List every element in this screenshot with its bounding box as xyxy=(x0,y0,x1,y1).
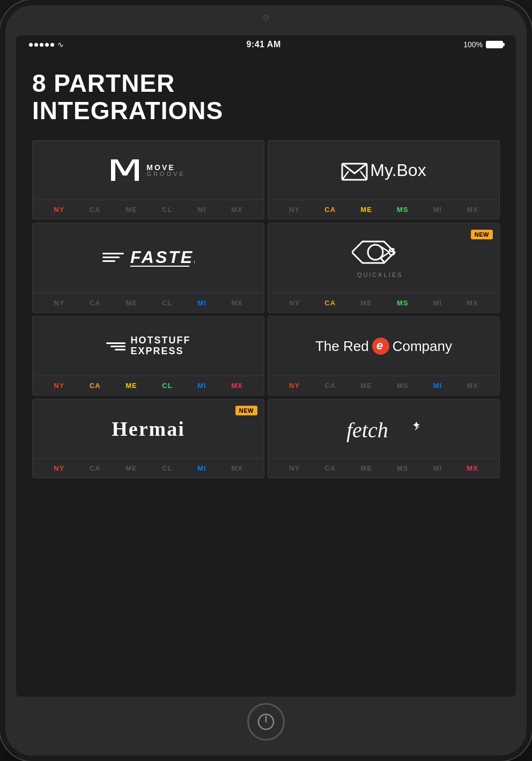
page-title: 8 PARTNER INTEGRATIONS xyxy=(32,70,500,124)
partner-card-fetch[interactable]: fetch ✦ NY CA ME MS MI MX xyxy=(268,399,500,478)
svg-line-5 xyxy=(360,171,367,180)
region-mi: MI xyxy=(197,464,206,472)
battery-bar xyxy=(486,41,503,48)
partner-logo-faster: FASTER xyxy=(33,223,264,293)
partner-logo-quicklies: NEW S xyxy=(268,223,499,293)
region-ny: NY xyxy=(289,464,300,472)
region-me: ME xyxy=(125,382,137,390)
region-mx: MX xyxy=(467,299,478,307)
region-ca: CA xyxy=(324,206,336,214)
region-ca: CA xyxy=(324,299,336,307)
hermai-text: Hermai xyxy=(112,417,185,441)
region-mi: MI xyxy=(197,382,206,390)
region-ca: CA xyxy=(90,299,101,307)
region-ca: CA xyxy=(90,464,101,472)
signal-dot-5 xyxy=(50,43,54,47)
hotstuff-logo-wrap: HOTSTUFF EXPRESS xyxy=(106,335,191,357)
home-button[interactable] xyxy=(247,703,285,741)
content-area: 8 PARTNER INTEGRATIONS xyxy=(16,54,516,697)
region-ca: CA xyxy=(90,382,101,390)
region-me: ME xyxy=(360,206,372,214)
region-mx: MX xyxy=(231,464,243,472)
red-company-the: The Red xyxy=(315,338,369,355)
partner-card-hermai[interactable]: NEW Hermai NY CA ME CL MI MX xyxy=(32,399,264,478)
hotstuff-line-2 xyxy=(110,346,125,347)
region-cl: CL xyxy=(162,464,172,472)
hotstuff-text-block: HOTSTUFF EXPRESS xyxy=(131,335,191,357)
red-company-e-icon: e xyxy=(371,336,390,356)
quicklies-label-svg: QUICKLIES xyxy=(357,269,411,280)
partner-card-faster[interactable]: FASTER NY CA ME CL MI MX xyxy=(32,223,264,313)
faster-logo-wrap: FASTER xyxy=(102,247,195,269)
region-mi: MI xyxy=(197,206,206,214)
region-ny: NY xyxy=(289,206,300,214)
region-ms: MS xyxy=(397,206,409,214)
quicklies-regions: NY CA ME MS MI MX xyxy=(268,293,499,312)
partner-card-hotstuff[interactable]: HOTSTUFF EXPRESS NY CA ME CL MI MX xyxy=(32,316,264,396)
mybox-regions: NY CA ME MS MI MX xyxy=(268,200,499,219)
red-company-company: Company xyxy=(393,338,452,355)
faster-speed-lines xyxy=(102,253,124,262)
partner-logo-hotstuff: HOTSTUFF EXPRESS xyxy=(33,317,264,376)
faster-text-block: FASTER xyxy=(130,247,195,269)
faster-line-3 xyxy=(102,260,115,262)
partner-card-red-company[interactable]: The Red e Company NY CA ME MS xyxy=(268,316,500,396)
move-groove-logo: MOVE GROOVE xyxy=(111,157,185,184)
region-ca: CA xyxy=(324,382,336,390)
signal-dots xyxy=(29,43,54,47)
region-cl: CL xyxy=(162,299,172,307)
signal-dot-1 xyxy=(29,43,33,47)
partner-card-move-groove[interactable]: MOVE GROOVE NY CA ME CL MI MX xyxy=(32,140,264,219)
quicklies-logo-svg: S xyxy=(352,236,416,268)
status-right: 100% xyxy=(463,40,503,49)
region-ny: NY xyxy=(54,464,64,472)
region-me: ME xyxy=(360,464,372,472)
region-ny: NY xyxy=(54,382,64,390)
quicklies-logo-wrap: S QUICKLIES xyxy=(352,236,416,280)
hotstuff-line-3 xyxy=(115,349,125,350)
mybox-logo: My.Box xyxy=(341,159,426,181)
move-groove-regions: NY CA ME CL MI MX xyxy=(33,200,264,219)
signal-dot-2 xyxy=(34,43,38,47)
region-me: ME xyxy=(125,464,137,472)
region-me: ME xyxy=(125,206,137,214)
partner-logo-fetch: fetch ✦ xyxy=(268,399,499,458)
region-ny: NY xyxy=(289,299,300,307)
region-ny: NY xyxy=(289,382,300,390)
partner-grid: MOVE GROOVE NY CA ME CL MI MX xyxy=(32,140,500,478)
hotstuff-line-1 xyxy=(106,342,125,344)
region-mx: MX xyxy=(231,299,243,307)
region-mx: MX xyxy=(231,382,243,390)
region-me: ME xyxy=(360,382,372,390)
region-ms: MS xyxy=(397,464,409,472)
partner-logo-mybox: My.Box xyxy=(268,141,499,200)
power-icon xyxy=(256,712,276,731)
region-mx: MX xyxy=(467,464,478,472)
svg-line-9 xyxy=(380,258,384,262)
faster-text-svg: FASTER xyxy=(130,247,195,269)
move-groove-text: MOVE GROOVE xyxy=(146,164,185,177)
new-badge-quicklies: NEW xyxy=(471,230,493,239)
svg-text:fetch: fetch xyxy=(346,418,388,442)
hotstuff-regions: NY CA ME CL MI MX xyxy=(33,376,264,395)
region-cl: CL xyxy=(162,206,172,214)
region-mx: MX xyxy=(467,382,478,390)
region-mi: MI xyxy=(197,299,206,307)
svg-line-4 xyxy=(342,171,349,180)
tablet-frame: ∿ 9:41 AM 100% 8 PARTNER INTEGRATIONS xyxy=(0,0,532,761)
fetch-regions: NY CA ME MS MI MX xyxy=(268,458,499,478)
region-mi: MI xyxy=(433,206,442,214)
signal-dot-3 xyxy=(40,43,43,47)
status-time: 9:41 AM xyxy=(246,40,280,49)
svg-text:FASTER: FASTER xyxy=(130,247,195,267)
svg-text:e: e xyxy=(376,339,383,352)
svg-text:QUICKLIES: QUICKLIES xyxy=(357,272,403,278)
partner-card-mybox[interactable]: My.Box NY CA ME MS MI MX xyxy=(268,140,500,219)
mybox-envelope-icon xyxy=(341,159,368,181)
status-left: ∿ xyxy=(29,40,64,49)
svg-text:S: S xyxy=(388,246,395,258)
region-ny: NY xyxy=(54,299,64,307)
partner-card-quicklies[interactable]: NEW S xyxy=(268,223,500,313)
partner-logo-move-groove: MOVE GROOVE xyxy=(33,141,264,200)
region-ms: MS xyxy=(397,299,409,307)
